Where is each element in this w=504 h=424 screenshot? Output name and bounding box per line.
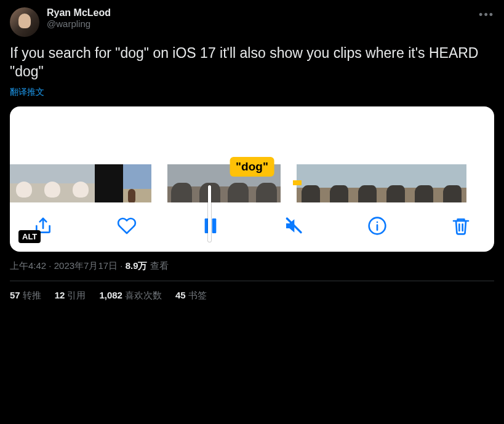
tweet-date[interactable]: 2023年7月17日 (54, 260, 118, 271)
more-icon[interactable]: ••• (479, 9, 494, 22)
alt-badge[interactable]: ALT (18, 230, 41, 243)
handle: @warpling (47, 18, 111, 29)
tweet-text: If you search for "dog" on iOS 17 it'll … (10, 44, 494, 81)
tweet-header: Ryan McLeod @warpling ••• (10, 7, 494, 37)
clip-group[interactable] (297, 164, 466, 202)
tweet-meta: 上午4:42 · 2023年7月17日 · 8.9万 查看 (10, 260, 494, 281)
clip-group[interactable] (10, 164, 151, 202)
display-name: Ryan McLeod (47, 7, 111, 18)
tweet-stats: 57转推 12引用 1,082喜欢次数 45书签 (10, 281, 494, 310)
views-count: 8.9万 (126, 260, 148, 271)
video-thumbnail (382, 164, 410, 202)
search-term-label: "dog" (230, 157, 274, 177)
mute-icon[interactable] (284, 216, 303, 236)
info-icon[interactable] (367, 216, 387, 236)
video-thumbnail (167, 164, 196, 202)
trash-icon[interactable] (451, 216, 471, 236)
timeline-marker (293, 180, 302, 185)
quotes-stat[interactable]: 12引用 (55, 290, 86, 302)
video-thumbnail (66, 164, 95, 202)
video-thumbnail (325, 164, 353, 202)
author-names[interactable]: Ryan McLeod @warpling (47, 7, 111, 29)
video-thumbnail (438, 164, 466, 202)
tweet: Ryan McLeod @warpling ••• If you search … (0, 0, 504, 318)
translate-link[interactable]: 翻译推文 (10, 87, 44, 98)
views-label: 查看 (150, 260, 169, 271)
svg-point-5 (377, 221, 378, 223)
bookmarks-stat[interactable]: 45书签 (175, 290, 207, 302)
retweets-stat[interactable]: 57转推 (10, 290, 41, 302)
media-controls (10, 202, 494, 252)
likes-stat[interactable]: 1,082喜欢次数 (99, 290, 162, 302)
playhead[interactable] (208, 185, 211, 242)
video-thumbnail (123, 164, 151, 202)
media-card[interactable]: "dog" (10, 106, 494, 252)
video-thumbnail (95, 164, 123, 202)
video-thumbnail (10, 164, 38, 202)
svg-rect-1 (212, 218, 216, 233)
heart-icon[interactable] (117, 216, 137, 236)
video-thumbnail (410, 164, 438, 202)
video-thumbnail (38, 164, 66, 202)
video-thumbnail (353, 164, 382, 202)
tweet-time[interactable]: 上午4:42 (10, 260, 46, 271)
avatar[interactable] (10, 7, 39, 37)
